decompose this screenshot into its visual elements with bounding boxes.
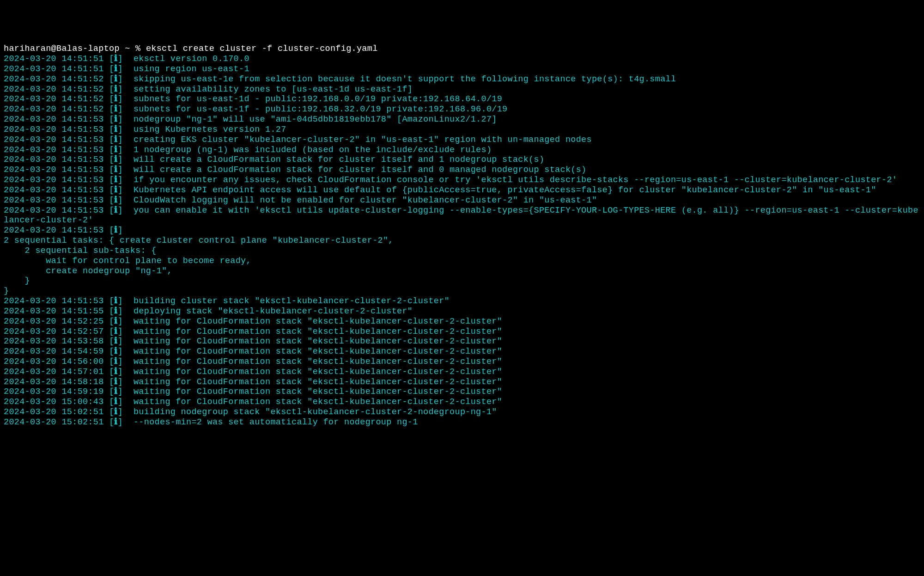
shell-prompt: hariharan@Balas-laptop ~ % eksctl create… (4, 44, 378, 54)
log-line: 2024-03-20 14:51:52 [ℹ] subnets for us-e… (4, 94, 502, 104)
log-line: 2024-03-20 14:58:18 [ℹ] waiting for Clou… (4, 377, 502, 387)
log-line: 2024-03-20 14:51:53 [ℹ] using Kubernetes… (4, 125, 286, 135)
log-line: 2024-03-20 14:51:52 [ℹ] subnets for us-e… (4, 104, 508, 114)
log-line: 2024-03-20 14:51:51 [ℹ] using region us-… (4, 64, 249, 74)
log-line: 2024-03-20 14:51:55 [ℹ] deploying stack … (4, 306, 413, 316)
log-line: 2024-03-20 14:51:53 [ℹ] will create a Cl… (4, 155, 544, 165)
log-line: wait for control plane to become ready, (4, 256, 251, 266)
log-line: 2024-03-20 14:51:52 [ℹ] skipping us-east… (4, 74, 676, 84)
log-line: 2024-03-20 14:51:53 [ℹ] if you encounter… (4, 175, 897, 185)
log-line: 2 sequential tasks: { create cluster con… (4, 236, 394, 245)
log-line: } (4, 276, 30, 286)
log-line: 2024-03-20 14:51:53 [ℹ] creating EKS clu… (4, 135, 592, 145)
log-container: 2024-03-20 14:51:51 [ℹ] eksctl version 0… (4, 54, 920, 428)
log-line: 2024-03-20 14:51:52 [ℹ] setting availabi… (4, 85, 413, 94)
log-line: 2024-03-20 14:57:01 [ℹ] waiting for Clou… (4, 367, 502, 377)
prompt-command: eksctl create cluster -f cluster-config.… (146, 44, 378, 54)
log-line: 2024-03-20 15:02:51 [ℹ] building nodegro… (4, 407, 497, 417)
log-line: 2024-03-20 14:51:53 [ℹ] CloudWatch loggi… (4, 196, 597, 205)
log-line: 2024-03-20 14:54:59 [ℹ] waiting for Clou… (4, 347, 502, 356)
log-line: 2024-03-20 14:52:25 [ℹ] waiting for Clou… (4, 317, 502, 326)
prompt-user-host: hariharan@Balas-laptop (4, 44, 120, 54)
log-line: } (4, 286, 9, 296)
log-line: 2024-03-20 14:52:57 [ℹ] waiting for Clou… (4, 327, 502, 337)
log-line: 2024-03-20 14:51:53 [ℹ] building cluster… (4, 296, 450, 306)
log-line: 2024-03-20 14:51:53 [ℹ] you can enable i… (4, 206, 918, 226)
log-line: 2024-03-20 15:02:51 [ℹ] --nodes-min=2 wa… (4, 417, 418, 427)
log-line: 2024-03-20 14:51:53 [ℹ] Kubernetes API e… (4, 185, 876, 195)
log-line: 2024-03-20 15:00:43 [ℹ] waiting for Clou… (4, 397, 502, 407)
log-line: 2024-03-20 14:51:53 [ℹ] (4, 226, 134, 235)
log-line: 2 sequential sub-tasks: { (4, 246, 157, 256)
log-line: 2024-03-20 14:51:53 [ℹ] nodegroup "ng-1"… (4, 115, 497, 124)
log-line: 2024-03-20 14:51:51 [ℹ] eksctl version 0… (4, 54, 249, 64)
log-line: 2024-03-20 14:56:00 [ℹ] waiting for Clou… (4, 357, 502, 367)
terminal-output[interactable]: hariharan@Balas-laptop ~ % eksctl create… (4, 44, 920, 427)
log-line: 2024-03-20 14:59:19 [ℹ] waiting for Clou… (4, 387, 502, 397)
prompt-path: ~ (125, 44, 130, 54)
log-line: 2024-03-20 14:53:58 [ℹ] waiting for Clou… (4, 337, 502, 346)
log-line: 2024-03-20 14:51:53 [ℹ] will create a Cl… (4, 165, 587, 175)
prompt-symbol: % (135, 44, 140, 54)
log-line: create nodegroup "ng-1", (4, 266, 172, 276)
log-line: 2024-03-20 14:51:53 [ℹ] 1 nodegroup (ng-… (4, 145, 492, 155)
